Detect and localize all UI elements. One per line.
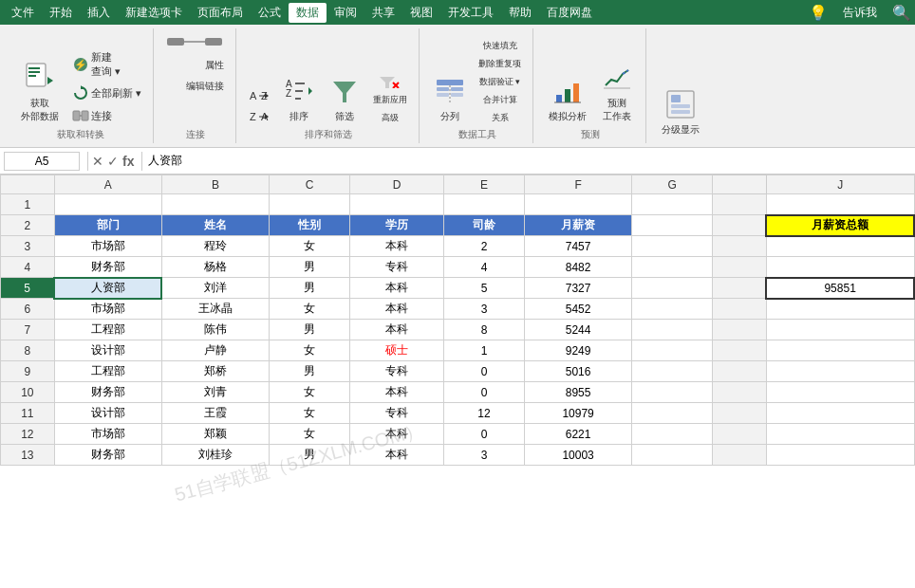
cell-a11[interactable]: 设计部 [54,403,161,424]
cell-d11[interactable]: 专科 [350,403,444,424]
text-to-columns-button[interactable]: 分列 [429,73,471,126]
cell-d1[interactable] [350,194,444,215]
validation-button[interactable]: 数据验证 ▾ [475,74,525,90]
cell-e10[interactable]: 0 [444,382,525,403]
cell-d5[interactable]: 本科 [350,278,444,299]
flash-fill-button[interactable]: 快速填充 [475,38,525,54]
cell-b10[interactable]: 刘青 [161,382,269,403]
cell-e8[interactable]: 1 [444,340,525,361]
menu-item-layout[interactable]: 页面布局 [190,3,251,23]
connections-button[interactable] [163,30,228,53]
insert-function-icon[interactable]: fx [122,154,134,169]
cell-g3[interactable] [632,236,713,257]
cell-c5[interactable]: 男 [270,278,350,299]
cell-c8[interactable]: 女 [270,340,350,361]
cell-a1[interactable] [54,194,161,215]
cell-b4[interactable]: 杨格 [161,257,269,278]
col-header-g[interactable]: G [632,175,713,194]
cell-a12[interactable]: 市场部 [54,424,161,445]
cell-d3[interactable]: 本科 [350,236,444,257]
cell-f4[interactable]: 8482 [525,257,632,278]
cell-b3[interactable]: 程玲 [161,236,269,257]
cancel-formula-icon[interactable]: ✕ [92,154,103,169]
cell-a8[interactable]: 设计部 [54,340,161,361]
col-header-d[interactable]: D [350,175,444,194]
sort-az-button[interactable]: AZ [246,86,274,105]
cell-f9[interactable]: 5016 [525,361,632,382]
filter-button[interactable]: 筛选 [324,73,365,126]
cell-a9[interactable]: 工程部 [54,361,161,382]
cell-b13[interactable]: 刘桂珍 [161,445,269,466]
cell-b11[interactable]: 王霞 [161,403,269,424]
get-external-data-button[interactable]: 获取外部数据 [15,57,65,126]
cell-d10[interactable]: 本科 [350,382,444,403]
cell-a7[interactable]: 工程部 [54,320,161,340]
cell-f5[interactable]: 7327 [525,278,632,299]
row-header-13[interactable]: 13 [1,445,55,466]
cell-c13[interactable]: 男 [270,445,350,466]
cell-e11[interactable]: 12 [444,403,525,424]
cell-f10[interactable]: 8955 [525,382,632,403]
cell-j13[interactable] [766,445,914,466]
menu-item-share[interactable]: 共享 [364,3,402,23]
cell-reference-box[interactable] [4,152,80,171]
confirm-formula-icon[interactable]: ✓ [107,154,119,169]
menu-item-formula[interactable]: 公式 [251,3,289,23]
cell-g12[interactable] [632,424,713,445]
menu-item-review[interactable]: 审阅 [327,3,364,23]
cell-e9[interactable]: 0 [444,361,525,382]
menu-item-baidu[interactable]: 百度网盘 [539,3,600,23]
row-header-7[interactable]: 7 [1,320,55,340]
cell-f7[interactable]: 5244 [525,320,632,340]
col-header-a[interactable]: A [54,175,161,194]
cell-g2[interactable] [632,215,713,236]
menu-item-newtab[interactable]: 新建选项卡 [118,3,190,23]
relationships-button[interactable]: 关系 [475,110,525,126]
cell-g7[interactable] [632,320,713,340]
cell-e2[interactable]: 司龄 [444,215,525,236]
what-if-button[interactable]: 模拟分析 [543,73,592,126]
cell-e7[interactable]: 8 [444,320,525,340]
cell-b9[interactable]: 郑桥 [161,361,269,382]
cell-c9[interactable]: 男 [270,361,350,382]
cell-b2[interactable]: 姓名 [161,215,269,236]
clear-filter-button[interactable] [369,73,411,90]
cell-d7[interactable]: 本科 [350,320,444,340]
cell-e3[interactable]: 2 [444,236,525,257]
consolidate-button[interactable]: 合并计算 [475,92,525,108]
cell-d4[interactable]: 专科 [350,257,444,278]
cell-j9[interactable] [766,361,914,382]
row-header-8[interactable]: 8 [1,340,55,361]
new-query-button[interactable]: ⚡ 新建查询 ▾ [68,48,145,81]
menu-item-view[interactable]: 视图 [402,3,440,23]
menu-item-file[interactable]: 文件 [4,3,42,23]
cell-f12[interactable]: 6221 [525,424,632,445]
cell-f8[interactable]: 9249 [525,340,632,361]
cell-a5[interactable]: 人资部 [54,278,161,299]
cell-c1[interactable] [270,194,350,215]
cell-c12[interactable]: 女 [270,424,350,445]
cell-f13[interactable]: 10003 [525,445,632,466]
cell-c2[interactable]: 性别 [270,215,350,236]
cell-e12[interactable]: 0 [444,424,525,445]
cell-d13[interactable]: 本科 [350,445,444,466]
cell-g11[interactable] [632,403,713,424]
cell-c10[interactable]: 女 [270,382,350,403]
cell-j8[interactable] [766,340,914,361]
connection-props-button[interactable]: 连接 [68,105,145,126]
cell-j10[interactable] [766,382,914,403]
cell-j3[interactable] [766,236,914,257]
col-header-b[interactable]: B [161,175,269,194]
row-header-4[interactable]: 4 [1,257,55,278]
cell-j12[interactable] [766,424,914,445]
cell-g9[interactable] [632,361,713,382]
cell-f1[interactable] [525,194,632,215]
cell-a3[interactable]: 市场部 [54,236,161,257]
row-header-12[interactable]: 12 [1,424,55,445]
search-icon[interactable]: 🔍 [892,4,911,22]
cell-b5[interactable]: 刘洋 [161,278,269,299]
refresh-all-button[interactable]: 全部刷新 ▾ [68,83,145,103]
row-header-1[interactable]: 1 [1,194,55,215]
cell-c3[interactable]: 女 [270,236,350,257]
remove-dup-button[interactable]: 删除重复项 [475,56,525,72]
